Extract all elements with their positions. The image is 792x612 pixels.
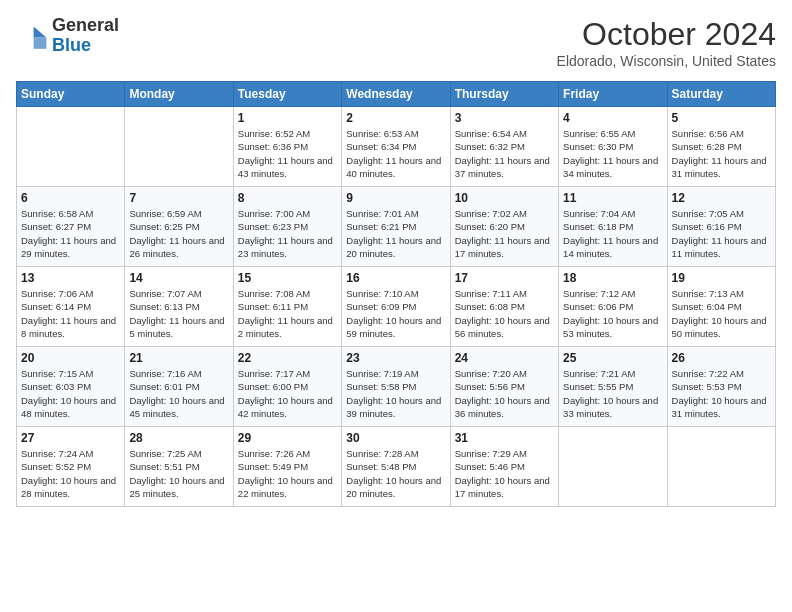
weekday-monday: Monday — [125, 82, 233, 107]
day-number: 16 — [346, 271, 445, 285]
day-number: 2 — [346, 111, 445, 125]
day-number: 31 — [455, 431, 554, 445]
day-info: Sunrise: 6:55 AM Sunset: 6:30 PM Dayligh… — [563, 127, 662, 180]
calendar-cell: 23Sunrise: 7:19 AM Sunset: 5:58 PM Dayli… — [342, 347, 450, 427]
logo-text-general: General — [52, 16, 119, 36]
week-row-2: 6Sunrise: 6:58 AM Sunset: 6:27 PM Daylig… — [17, 187, 776, 267]
day-number: 12 — [672, 191, 771, 205]
month-title: October 2024 — [557, 16, 776, 53]
day-info: Sunrise: 7:15 AM Sunset: 6:03 PM Dayligh… — [21, 367, 120, 420]
day-info: Sunrise: 6:56 AM Sunset: 6:28 PM Dayligh… — [672, 127, 771, 180]
week-row-3: 13Sunrise: 7:06 AM Sunset: 6:14 PM Dayli… — [17, 267, 776, 347]
logo-text-blue: Blue — [52, 36, 119, 56]
calendar-cell: 7Sunrise: 6:59 AM Sunset: 6:25 PM Daylig… — [125, 187, 233, 267]
day-info: Sunrise: 7:26 AM Sunset: 5:49 PM Dayligh… — [238, 447, 337, 500]
day-info: Sunrise: 7:00 AM Sunset: 6:23 PM Dayligh… — [238, 207, 337, 260]
day-number: 15 — [238, 271, 337, 285]
calendar-cell: 8Sunrise: 7:00 AM Sunset: 6:23 PM Daylig… — [233, 187, 341, 267]
calendar-cell — [17, 107, 125, 187]
calendar-table: SundayMondayTuesdayWednesdayThursdayFrid… — [16, 81, 776, 507]
day-info: Sunrise: 6:53 AM Sunset: 6:34 PM Dayligh… — [346, 127, 445, 180]
day-info: Sunrise: 7:07 AM Sunset: 6:13 PM Dayligh… — [129, 287, 228, 340]
day-number: 9 — [346, 191, 445, 205]
svg-marker-0 — [34, 26, 47, 37]
calendar-cell: 29Sunrise: 7:26 AM Sunset: 5:49 PM Dayli… — [233, 427, 341, 507]
day-info: Sunrise: 7:13 AM Sunset: 6:04 PM Dayligh… — [672, 287, 771, 340]
day-info: Sunrise: 7:22 AM Sunset: 5:53 PM Dayligh… — [672, 367, 771, 420]
weekday-friday: Friday — [559, 82, 667, 107]
calendar-cell: 6Sunrise: 6:58 AM Sunset: 6:27 PM Daylig… — [17, 187, 125, 267]
day-number: 28 — [129, 431, 228, 445]
day-info: Sunrise: 7:21 AM Sunset: 5:55 PM Dayligh… — [563, 367, 662, 420]
day-number: 8 — [238, 191, 337, 205]
day-number: 21 — [129, 351, 228, 365]
calendar-cell: 24Sunrise: 7:20 AM Sunset: 5:56 PM Dayli… — [450, 347, 558, 427]
calendar-cell: 18Sunrise: 7:12 AM Sunset: 6:06 PM Dayli… — [559, 267, 667, 347]
day-info: Sunrise: 6:52 AM Sunset: 6:36 PM Dayligh… — [238, 127, 337, 180]
calendar-cell: 4Sunrise: 6:55 AM Sunset: 6:30 PM Daylig… — [559, 107, 667, 187]
calendar-cell: 20Sunrise: 7:15 AM Sunset: 6:03 PM Dayli… — [17, 347, 125, 427]
calendar-cell — [125, 107, 233, 187]
week-row-5: 27Sunrise: 7:24 AM Sunset: 5:52 PM Dayli… — [17, 427, 776, 507]
week-row-1: 1Sunrise: 6:52 AM Sunset: 6:36 PM Daylig… — [17, 107, 776, 187]
calendar-cell: 17Sunrise: 7:11 AM Sunset: 6:08 PM Dayli… — [450, 267, 558, 347]
day-number: 4 — [563, 111, 662, 125]
day-number: 29 — [238, 431, 337, 445]
calendar-cell: 31Sunrise: 7:29 AM Sunset: 5:46 PM Dayli… — [450, 427, 558, 507]
day-info: Sunrise: 7:05 AM Sunset: 6:16 PM Dayligh… — [672, 207, 771, 260]
day-number: 18 — [563, 271, 662, 285]
calendar-cell: 3Sunrise: 6:54 AM Sunset: 6:32 PM Daylig… — [450, 107, 558, 187]
page-header: General Blue October 2024 Eldorado, Wisc… — [16, 16, 776, 69]
day-info: Sunrise: 7:12 AM Sunset: 6:06 PM Dayligh… — [563, 287, 662, 340]
day-info: Sunrise: 7:24 AM Sunset: 5:52 PM Dayligh… — [21, 447, 120, 500]
logo-line1: General — [52, 15, 119, 35]
day-number: 1 — [238, 111, 337, 125]
week-row-4: 20Sunrise: 7:15 AM Sunset: 6:03 PM Dayli… — [17, 347, 776, 427]
calendar-cell: 13Sunrise: 7:06 AM Sunset: 6:14 PM Dayli… — [17, 267, 125, 347]
calendar-cell: 21Sunrise: 7:16 AM Sunset: 6:01 PM Dayli… — [125, 347, 233, 427]
day-info: Sunrise: 6:54 AM Sunset: 6:32 PM Dayligh… — [455, 127, 554, 180]
calendar-cell — [559, 427, 667, 507]
logo-line2: Blue — [52, 35, 91, 55]
calendar-cell: 10Sunrise: 7:02 AM Sunset: 6:20 PM Dayli… — [450, 187, 558, 267]
calendar-cell: 11Sunrise: 7:04 AM Sunset: 6:18 PM Dayli… — [559, 187, 667, 267]
weekday-thursday: Thursday — [450, 82, 558, 107]
day-number: 19 — [672, 271, 771, 285]
weekday-saturday: Saturday — [667, 82, 775, 107]
weekday-sunday: Sunday — [17, 82, 125, 107]
calendar-cell: 1Sunrise: 6:52 AM Sunset: 6:36 PM Daylig… — [233, 107, 341, 187]
logo-icon — [16, 20, 48, 52]
calendar-cell: 9Sunrise: 7:01 AM Sunset: 6:21 PM Daylig… — [342, 187, 450, 267]
day-number: 13 — [21, 271, 120, 285]
svg-marker-1 — [34, 37, 47, 48]
calendar-cell — [667, 427, 775, 507]
day-number: 11 — [563, 191, 662, 205]
calendar-cell: 15Sunrise: 7:08 AM Sunset: 6:11 PM Dayli… — [233, 267, 341, 347]
day-info: Sunrise: 6:59 AM Sunset: 6:25 PM Dayligh… — [129, 207, 228, 260]
calendar-cell: 12Sunrise: 7:05 AM Sunset: 6:16 PM Dayli… — [667, 187, 775, 267]
day-number: 10 — [455, 191, 554, 205]
weekday-wednesday: Wednesday — [342, 82, 450, 107]
day-number: 22 — [238, 351, 337, 365]
calendar-cell: 16Sunrise: 7:10 AM Sunset: 6:09 PM Dayli… — [342, 267, 450, 347]
day-info: Sunrise: 7:06 AM Sunset: 6:14 PM Dayligh… — [21, 287, 120, 340]
day-info: Sunrise: 7:02 AM Sunset: 6:20 PM Dayligh… — [455, 207, 554, 260]
day-info: Sunrise: 7:16 AM Sunset: 6:01 PM Dayligh… — [129, 367, 228, 420]
day-info: Sunrise: 7:10 AM Sunset: 6:09 PM Dayligh… — [346, 287, 445, 340]
day-info: Sunrise: 7:29 AM Sunset: 5:46 PM Dayligh… — [455, 447, 554, 500]
location: Eldorado, Wisconsin, United States — [557, 53, 776, 69]
day-number: 14 — [129, 271, 228, 285]
weekday-header-row: SundayMondayTuesdayWednesdayThursdayFrid… — [17, 82, 776, 107]
day-info: Sunrise: 7:25 AM Sunset: 5:51 PM Dayligh… — [129, 447, 228, 500]
day-number: 6 — [21, 191, 120, 205]
day-number: 20 — [21, 351, 120, 365]
calendar-cell: 26Sunrise: 7:22 AM Sunset: 5:53 PM Dayli… — [667, 347, 775, 427]
calendar-cell: 22Sunrise: 7:17 AM Sunset: 6:00 PM Dayli… — [233, 347, 341, 427]
day-number: 26 — [672, 351, 771, 365]
calendar-cell: 27Sunrise: 7:24 AM Sunset: 5:52 PM Dayli… — [17, 427, 125, 507]
title-block: October 2024 Eldorado, Wisconsin, United… — [557, 16, 776, 69]
logo: General Blue — [16, 16, 119, 56]
day-info: Sunrise: 7:20 AM Sunset: 5:56 PM Dayligh… — [455, 367, 554, 420]
calendar-cell: 30Sunrise: 7:28 AM Sunset: 5:48 PM Dayli… — [342, 427, 450, 507]
calendar-cell: 5Sunrise: 6:56 AM Sunset: 6:28 PM Daylig… — [667, 107, 775, 187]
